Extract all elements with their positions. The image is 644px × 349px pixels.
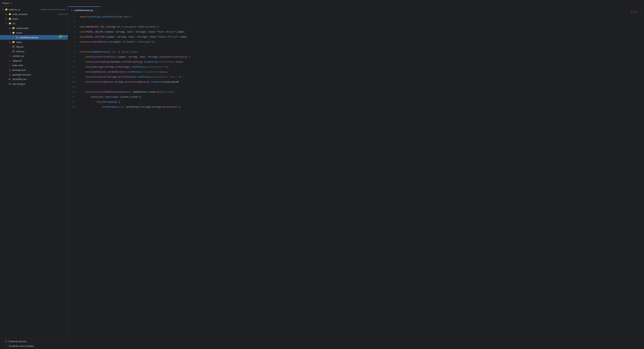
sidebar-item-gitignore[interactable]: ◎ .gitignore — [0, 58, 68, 63]
readme-icon: M↓ — [8, 78, 12, 81]
tab-bar: ⚛ useWebSocket.jsx ✕ ⚠ 1 ▲ ⋮ — [68, 7, 644, 14]
code-line-9: const [connectionStatus : {label: string… — [77, 55, 644, 60]
code-content[interactable]: import { useState, useEffect } from 'rea… — [77, 14, 644, 349]
scratches-icon: ≡ — [5, 344, 8, 347]
code-line-1: import { useState, useEffect } from 'rea… — [77, 15, 644, 20]
project-chevron-icon[interactable]: ▼ — [10, 2, 12, 4]
code-line-18: if (isStreaming) { — [77, 100, 644, 105]
title-bar-title: Project ▼ — [2, 2, 12, 5]
package-json-icon: {} — [8, 68, 12, 72]
code-line-5: const MODEL_OFFLINE : {label: string, te… — [77, 35, 644, 40]
code-line-16: const initializeWebSocketHandlers = (web… — [77, 90, 644, 95]
tab-label: useWebSocket.jsx — [74, 9, 93, 12]
code-editor: 1 2 3 4 5 6 7 8 9 10 11 12 13 14 15 16 1… — [68, 14, 644, 349]
sidebar-item-usewebsocket[interactable]: ⚛ useWebSocket.jsx — [0, 35, 68, 40]
tab-usewebsocket[interactable]: ⚛ useWebSocket.jsx ✕ — [68, 7, 100, 14]
green-annotation-arrow — [57, 34, 68, 41]
app-jsx-icon: ⚛ — [12, 45, 15, 48]
scratches-label: Scratches and Consoles — [9, 345, 68, 347]
sidebar-item-eslint[interactable]: ⊘ .eslintrc.cjs — [0, 54, 68, 58]
styles-label: styles — [16, 41, 68, 44]
tab-jsx-icon: ⚛ — [71, 9, 73, 12]
package-lock-label: package-lock.json — [12, 73, 68, 76]
src-arrow-icon — [5, 22, 8, 25]
sidebar-item-root[interactable]: bedrock_ui ~/WebstormProjects/bedrock_ui — [0, 7, 68, 12]
external-lib-icon: 🏛 — [5, 340, 8, 343]
code-line-13: const [textValue : string , setTextValue… — [77, 75, 644, 80]
line-num-7: 7 — [68, 45, 75, 50]
vite-label: vite.config.js — [12, 83, 68, 85]
eslint-label: .eslintrc.cjs — [12, 55, 68, 57]
sidebar-item-external-libraries[interactable]: 🏛 External Libraries — [0, 339, 68, 344]
sidebar-item-scratches[interactable]: ≡ Scratches and Consoles — [0, 344, 68, 348]
sidebar-item-app[interactable]: ⚛ App.jsx — [0, 44, 68, 49]
root-label: bedrock_ui — [9, 8, 39, 11]
sidebar-item-package-json[interactable]: {} package.json — [0, 68, 68, 72]
html-icon: <> — [8, 64, 12, 67]
code-line-3: const WEBSOCKET_URL : string = "ws://loc… — [77, 25, 644, 30]
app-label: App.jsx — [16, 46, 68, 48]
sidebar-bottom: 🏛 External Libraries ≡ Scratches and Con… — [0, 338, 68, 349]
src-folder-icon — [8, 22, 12, 25]
line-num-10: 10 — [68, 60, 75, 65]
styles-arrow-icon — [8, 41, 12, 44]
line-num-12: 12 — [68, 70, 75, 75]
gitignore-icon: ◎ — [8, 59, 12, 62]
kw-import: import — [80, 15, 88, 19]
line-num-6: 6 — [68, 40, 75, 45]
warning-count: 1 — [634, 11, 635, 13]
line-num-13: 13 — [68, 75, 75, 80]
root-arrow-icon — [2, 8, 4, 11]
sidebar: bedrock_ui ~/WebstormProjects/bedrock_ui… — [0, 7, 68, 349]
editor-more-icon[interactable]: ⋮ — [639, 10, 642, 14]
components-arrow-icon — [8, 27, 12, 30]
sidebar-item-components[interactable]: components — [0, 26, 68, 30]
code-line-15 — [77, 85, 644, 90]
sidebar-item-node-modules[interactable]: node_modules library root — [0, 12, 68, 17]
usewebsocket-jsx-icon: ⚛ — [15, 36, 18, 39]
sidebar-item-public[interactable]: public — [0, 17, 68, 21]
line-num-3: 3 — [68, 25, 75, 30]
editor-area: ⚛ useWebSocket.jsx ✕ ⚠ 1 ▲ ⋮ 1 2 3 4 5 — [68, 7, 644, 349]
line-num-15: 15 — [68, 85, 75, 90]
line-num-18: 18 — [68, 100, 75, 105]
code-line-14: const [selectedOption : string , setSele… — [77, 80, 644, 85]
vite-icon: JS — [8, 82, 12, 86]
node-modules-arrow-icon — [5, 13, 8, 16]
line-numbers: 1 2 3 4 5 6 7 8 9 10 11 12 13 14 15 16 1… — [68, 14, 77, 349]
sidebar-item-readme[interactable]: M↓ README.md — [0, 77, 68, 82]
code-line-6: const availableModels : string[] = ["lla… — [77, 40, 644, 45]
readme-label: README.md — [12, 78, 68, 81]
sidebar-item-main[interactable]: ⚛ main.jsx — [0, 49, 68, 54]
line-num-9: 9 — [68, 55, 75, 60]
sidebar-item-index-html[interactable]: <> index.html — [0, 63, 68, 68]
hooks-arrow-icon — [8, 31, 12, 34]
tab-close-button[interactable]: ✕ — [95, 9, 98, 12]
node-modules-hint: library root — [58, 13, 68, 15]
node-modules-folder-icon — [8, 13, 12, 16]
code-line-4: const MODEL_ONLINE : {label: string, tex… — [77, 30, 644, 35]
components-label: components — [16, 27, 68, 30]
code-line-2 — [77, 20, 644, 25]
html-label: index.html — [12, 64, 68, 67]
sidebar-item-package-lock[interactable]: {} package-lock.json — [0, 72, 68, 77]
components-folder-icon — [12, 27, 15, 30]
warning-chevron-up-icon[interactable]: ▲ — [636, 11, 638, 13]
sidebar-item-vite[interactable]: JS vite.config.js — [0, 82, 68, 86]
code-line-12: const [webSocket, setWebSocket] = useSta… — [77, 70, 644, 75]
line-num-8: 8 — [68, 50, 75, 55]
line-num-11: 11 — [68, 65, 75, 70]
line-num-5: 5 — [68, 35, 75, 40]
code-line-7 — [77, 45, 644, 50]
line-num-19: 19 — [68, 105, 75, 110]
eslint-icon: ⊘ — [8, 54, 12, 58]
public-folder-icon — [8, 17, 12, 20]
main-jsx-icon: ⚛ — [12, 50, 15, 53]
line-num-16: 16 — [68, 90, 75, 95]
line-num-14: 14 — [68, 80, 75, 85]
line-num-2: 2 — [68, 20, 75, 25]
package-lock-icon: {} — [8, 73, 12, 76]
sidebar-item-src[interactable]: src — [0, 21, 68, 26]
line-num-17: 17 — [68, 95, 75, 100]
code-line-10: const [isStreaming : boolean , setIsStre… — [77, 60, 644, 65]
